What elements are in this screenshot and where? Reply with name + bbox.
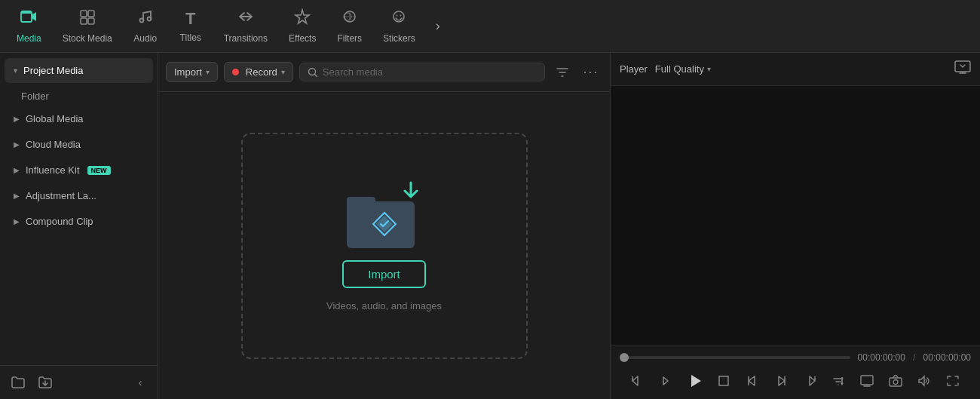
player-timeline: 00:00:00:00 / 00:00:00:00: [620, 351, 971, 363]
nav-item-effects[interactable]: Effects: [278, 2, 326, 50]
svg-rect-18: [719, 376, 728, 385]
svg-point-21: [893, 380, 898, 385]
filters-label: Filters: [337, 33, 362, 44]
top-nav: Media Stock Media Audio T Titles: [0, 0, 980, 53]
transitions-icon: [237, 8, 255, 29]
new-folder-button[interactable]: [8, 372, 29, 393]
import-label: Import: [174, 66, 202, 78]
sidebar-content: ▾ Project Media Folder ▶ Global Media ▶ …: [0, 53, 158, 365]
screen-button[interactable]: [855, 369, 879, 393]
svg-rect-20: [890, 378, 902, 386]
nav-item-media[interactable]: Media: [6, 2, 52, 50]
transitions-label: Transitions: [224, 33, 268, 44]
effects-icon: [293, 8, 311, 29]
chevron-right-icon: ▶: [14, 166, 20, 174]
media-icon: [20, 8, 38, 29]
record-button[interactable]: Record ▾: [224, 62, 293, 82]
adjustment-layer-label: Adjustment La...: [26, 190, 96, 201]
sidebar-item-compound-clip[interactable]: ▶ Compound Clip: [5, 209, 153, 234]
import-graphic: [347, 180, 422, 248]
player-controls-area: 00:00:00:00 / 00:00:00:00: [611, 345, 980, 399]
sidebar: ▾ Project Media Folder ▶ Global Media ▶ …: [0, 53, 158, 399]
search-input[interactable]: [323, 66, 537, 78]
volume-button[interactable]: [912, 369, 936, 393]
svg-point-11: [397, 15, 398, 17]
record-dot-icon: [232, 69, 239, 75]
quality-value: Full Quality: [655, 63, 704, 75]
play-button[interactable]: [683, 369, 707, 393]
sidebar-item-adjustment-layer[interactable]: ▶ Adjustment La...: [5, 183, 153, 208]
effects-label: Effects: [289, 33, 316, 44]
nav-item-filters[interactable]: Filters: [326, 2, 372, 50]
import-button[interactable]: Import ▾: [166, 62, 218, 82]
more-options-button[interactable]: ···: [580, 61, 602, 84]
nav-item-stock-media[interactable]: Stock Media: [52, 2, 123, 50]
search-icon: [308, 67, 318, 78]
filter-icon: [556, 66, 569, 79]
svg-marker-17: [691, 375, 701, 387]
nav-more-button[interactable]: ›: [426, 14, 450, 38]
folder-label: Folder: [21, 91, 49, 102]
svg-rect-4: [81, 18, 87, 24]
svg-point-7: [147, 17, 151, 21]
media-toolbar: Import ▾ Record ▾ ···: [158, 53, 610, 92]
filters-icon: [341, 8, 359, 29]
screen-options-button[interactable]: [954, 60, 971, 78]
nav-item-transitions[interactable]: Transitions: [213, 2, 278, 50]
frame-back-button[interactable]: [654, 369, 678, 393]
more-icon: ···: [583, 64, 599, 80]
stock-media-label: Stock Media: [63, 33, 112, 44]
sidebar-collapse-button[interactable]: ‹: [130, 373, 150, 392]
download-arrow-icon: [400, 180, 422, 205]
sidebar-item-influence-kit[interactable]: ▶ Influence Kit NEW: [5, 158, 153, 183]
compound-clip-label: Compound Clip: [26, 216, 93, 227]
stop-button[interactable]: [712, 369, 736, 393]
chevron-right-icon: ▶: [14, 217, 20, 226]
nav-item-stickers[interactable]: Stickers: [372, 2, 426, 50]
chevron-right-icon: ▶: [14, 115, 20, 123]
import-subtitle: Videos, audio, and images: [326, 300, 442, 312]
stock-media-icon: [78, 8, 96, 29]
media-panel: Import ▾ Record ▾ ···: [158, 53, 611, 399]
time-current: 00:00:00:00: [858, 352, 905, 363]
sidebar-item-project-media[interactable]: ▾ Project Media: [5, 58, 153, 83]
main-area: ▾ Project Media Folder ▶ Global Media ▶ …: [0, 53, 980, 399]
folder-logo: [372, 211, 397, 239]
player-label: Player: [620, 63, 648, 75]
sidebar-item-folder[interactable]: Folder: [0, 84, 158, 106]
audio-label: Audio: [133, 33, 157, 44]
mark-out-button[interactable]: [769, 369, 793, 393]
quality-selector[interactable]: Full Quality ▾: [655, 63, 711, 75]
forward-button[interactable]: [798, 369, 822, 393]
sidebar-bottom: ‹: [0, 365, 158, 399]
quality-arrow-icon: ▾: [707, 65, 711, 73]
fullscreen-button[interactable]: [941, 369, 965, 393]
nav-item-audio[interactable]: Audio: [123, 2, 168, 50]
folder-tab-shape: [347, 197, 375, 206]
output-dropdown-button[interactable]: [826, 369, 850, 393]
import-dropdown-arrow: ▾: [206, 68, 210, 76]
svg-point-6: [139, 19, 143, 23]
titles-icon: T: [185, 9, 195, 29]
timeline-track[interactable]: [620, 356, 850, 359]
global-media-label: Global Media: [26, 113, 84, 124]
sidebar-item-cloud-media[interactable]: ▶ Cloud Media: [5, 132, 153, 157]
player-viewport: [611, 86, 980, 345]
svg-point-12: [400, 15, 402, 17]
snapshot-button[interactable]: [884, 369, 908, 393]
audio-icon: [137, 8, 154, 29]
step-back-button[interactable]: [626, 369, 650, 393]
filter-button[interactable]: [551, 61, 574, 84]
chevron-down-icon: ▾: [14, 66, 17, 75]
nav-item-titles[interactable]: T Titles: [168, 3, 213, 49]
import-media-button[interactable]: [35, 372, 56, 393]
import-drop-button[interactable]: Import: [342, 260, 426, 288]
search-box[interactable]: [299, 63, 545, 81]
svg-rect-3: [88, 11, 94, 17]
mark-in-button[interactable]: [740, 369, 764, 393]
chevron-right-icon: ▶: [14, 192, 20, 200]
cloud-media-label: Cloud Media: [26, 139, 81, 150]
sidebar-item-global-media[interactable]: ▶ Global Media: [5, 106, 153, 131]
influence-kit-label: Influence Kit: [26, 164, 80, 176]
import-dropzone: Import Videos, audio, and images: [241, 133, 528, 359]
